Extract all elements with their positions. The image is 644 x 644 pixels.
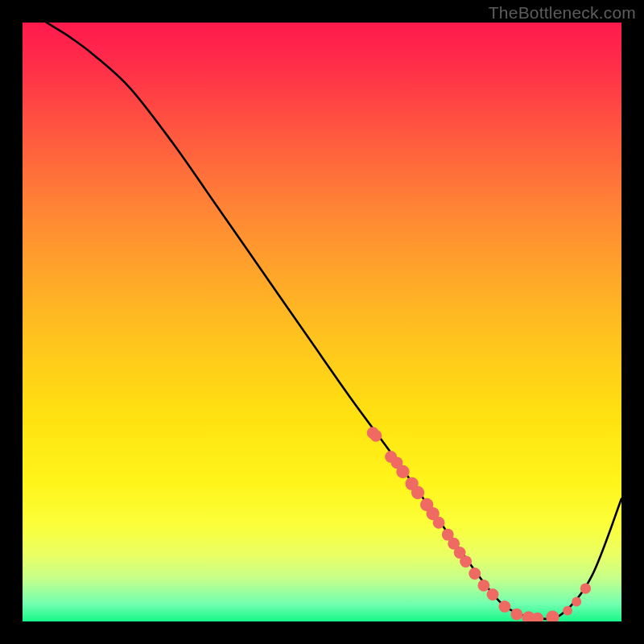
- data-point: [510, 609, 522, 621]
- data-point: [396, 465, 409, 478]
- data-point: [477, 580, 489, 592]
- data-point: [469, 568, 481, 580]
- bottleneck-curve: [47, 23, 621, 619]
- chart-container: TheBottleneck.com: [0, 0, 644, 644]
- chart-svg: [23, 23, 621, 621]
- data-point: [433, 517, 445, 529]
- data-point: [580, 583, 591, 593]
- data-point: [460, 555, 472, 568]
- data-point: [572, 597, 581, 606]
- data-point: [487, 588, 499, 601]
- data-markers: [367, 427, 591, 621]
- watermark-text: TheBottleneck.com: [489, 3, 636, 23]
- data-point: [498, 601, 510, 613]
- data-point: [370, 430, 382, 442]
- data-point: [411, 486, 424, 499]
- plot-area: [23, 23, 621, 621]
- data-point: [563, 606, 572, 616]
- data-point: [546, 611, 559, 621]
